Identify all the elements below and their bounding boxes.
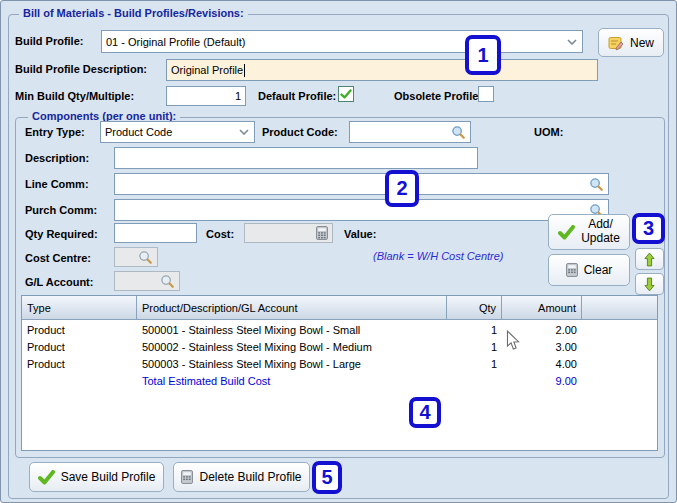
chevron-down-icon — [239, 129, 249, 135]
table-row[interactable]: Product 500001 - Stainless Steel Mixing … — [22, 321, 657, 338]
green-check-icon — [558, 225, 575, 240]
build-profile-select[interactable]: 01 - Original Profile (Default) — [101, 30, 583, 53]
cost-input — [244, 223, 333, 243]
entry-type-label: Entry Type: — [25, 126, 85, 138]
chevron-down-icon — [567, 39, 577, 45]
build-profile-label: Build Profile: — [15, 35, 83, 47]
gl-account-label: G/L Account: — [25, 276, 93, 288]
components-table[interactable]: Type Product/Description/GL Account Qty … — [21, 295, 658, 451]
delete-icon — [181, 470, 193, 484]
component-description-input[interactable] — [114, 147, 478, 169]
new-button-label: New — [630, 36, 654, 50]
min-build-qty-label: Min Build Qty/Multiple: — [15, 90, 134, 102]
move-up-button[interactable] — [635, 248, 664, 270]
component-description-label: Description: — [25, 152, 89, 164]
purch-comm-input[interactable] — [114, 199, 609, 221]
table-row[interactable]: Product 500002 - Stainless Steel Mixing … — [22, 338, 657, 355]
add-update-label-line2: Update — [581, 231, 620, 245]
add-update-button[interactable]: Add/Update — [548, 214, 630, 250]
obsolete-profile-checkbox[interactable] — [478, 86, 494, 102]
product-code-input[interactable] — [349, 121, 471, 143]
build-profile-description-value: Original Profile — [171, 64, 243, 76]
search-icon[interactable] — [589, 177, 604, 192]
default-profile-label: Default Profile: — [258, 90, 336, 102]
checkmark-icon — [340, 89, 352, 100]
qty-required-input[interactable] — [114, 223, 197, 243]
line-comm-label: Line Comm: — [25, 178, 89, 190]
save-button-label: Save Build Profile — [61, 470, 156, 484]
new-button[interactable]: New — [598, 28, 664, 57]
column-header-filler — [582, 296, 658, 319]
cost-centre-hint: (Blank = W/H Cost Centre) — [373, 250, 504, 262]
annotation-marker-5: 5 — [312, 461, 342, 494]
bom-build-profiles-window: Bill of Materials - Build Profiles/Revis… — [0, 0, 677, 503]
table-header: Type Product/Description/GL Account Qty … — [22, 296, 657, 320]
qty-required-label: Qty Required: — [25, 228, 98, 240]
gl-account-input — [114, 271, 180, 291]
default-profile-checkbox[interactable] — [338, 86, 354, 102]
clear-button[interactable]: Clear — [548, 254, 630, 286]
eraser-icon — [566, 263, 578, 277]
clear-button-label: Clear — [584, 263, 613, 277]
text-caret — [244, 64, 245, 77]
build-profile-selected-value: 01 - Original Profile (Default) — [106, 36, 245, 48]
line-comm-input[interactable] — [114, 173, 609, 195]
cost-centre-label: Cost Centre: — [25, 252, 91, 264]
entry-type-select[interactable]: Product Code — [100, 121, 255, 143]
arrow-up-icon — [644, 252, 655, 267]
min-build-qty-input[interactable]: 1 — [166, 86, 246, 106]
delete-button-label: Delete Build Profile — [199, 470, 301, 484]
total-row: Total Estimated Build Cost 9.00 — [22, 372, 657, 389]
entry-type-selected-value: Product Code — [105, 126, 172, 138]
uom-label: UOM: — [534, 126, 563, 138]
total-amount: 9.00 — [556, 375, 577, 387]
save-build-profile-button[interactable]: Save Build Profile — [29, 462, 164, 492]
column-header-qty[interactable]: Qty — [447, 296, 502, 319]
obsolete-profile-label: Obsolete Profile: — [394, 90, 482, 102]
search-icon[interactable] — [160, 274, 175, 289]
table-row[interactable]: Product 500003 - Stainless Steel Mixing … — [22, 355, 657, 372]
mouse-cursor — [506, 330, 520, 351]
new-note-icon — [608, 35, 624, 51]
move-down-button[interactable] — [635, 273, 664, 295]
cost-centre-input — [114, 247, 158, 267]
total-label: Total Estimated Build Cost — [142, 375, 270, 387]
column-header-amount[interactable]: Amount — [502, 296, 582, 319]
annotation-marker-4: 4 — [409, 397, 441, 428]
add-update-label-line1: Add/ — [588, 217, 613, 231]
column-header-type[interactable]: Type — [22, 296, 137, 319]
search-icon[interactable] — [451, 125, 466, 140]
search-icon[interactable] — [138, 250, 153, 265]
arrow-down-icon — [644, 277, 655, 292]
cost-label: Cost: — [206, 228, 234, 240]
purch-comm-label: Purch Comm: — [25, 204, 97, 216]
annotation-marker-2: 2 — [385, 170, 419, 207]
column-header-product[interactable]: Product/Description/GL Account — [137, 296, 447, 319]
build-profile-description-label: Build Profile Description: — [15, 63, 147, 75]
calculator-icon[interactable] — [316, 226, 328, 240]
green-check-icon — [38, 470, 55, 485]
value-label: Value: — [344, 228, 376, 240]
annotation-marker-1: 1 — [465, 35, 501, 75]
product-code-label: Product Code: — [262, 126, 338, 138]
groupbox-title: Bill of Materials - Build Profiles/Revis… — [19, 7, 248, 19]
build-profile-description-input[interactable]: Original Profile — [166, 59, 598, 81]
delete-build-profile-button[interactable]: Delete Build Profile — [173, 462, 310, 492]
annotation-marker-3: 3 — [632, 213, 665, 244]
min-build-qty-value: 1 — [235, 90, 241, 102]
